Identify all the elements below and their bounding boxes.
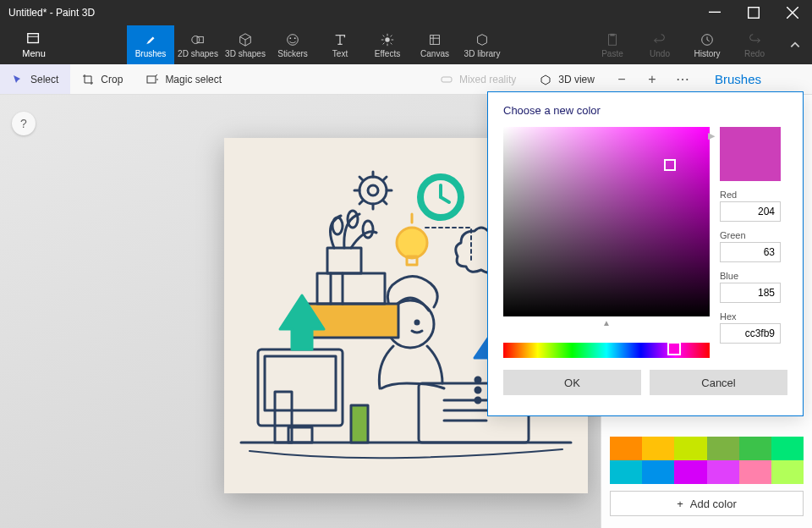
svg-point-10 [294, 37, 296, 39]
shapes3d-label: 3D shapes [225, 49, 266, 58]
tool-3d-library[interactable]: 3D library [458, 25, 506, 64]
svg-rect-40 [317, 273, 385, 304]
plus-icon: + [648, 72, 656, 87]
svg-line-56 [359, 177, 363, 180]
palette-swatch[interactable] [610, 437, 642, 460]
svg-line-49 [441, 197, 449, 202]
vr-icon [441, 74, 453, 85]
select-tool[interactable]: Select [0, 64, 70, 94]
tool-effects[interactable]: Effects [364, 25, 411, 64]
tool-brushes[interactable]: Brushes [127, 25, 174, 64]
svg-rect-61 [407, 256, 417, 265]
redo-button[interactable]: Redo [731, 25, 778, 64]
palette-swatch[interactable] [739, 460, 771, 484]
paste-icon [605, 32, 620, 47]
svg-rect-35 [258, 349, 343, 426]
tool-text[interactable]: Text [316, 25, 364, 64]
panel-title: Brushes [698, 72, 812, 86]
palette-swatch[interactable] [674, 460, 706, 484]
close-button[interactable] [773, 0, 812, 25]
chevron-up-icon [789, 39, 801, 51]
redo-icon [747, 32, 762, 47]
shapes-2d-icon [190, 32, 206, 47]
effects-label: Effects [375, 49, 400, 58]
palette-swatch[interactable] [707, 460, 739, 484]
hex-input[interactable] [720, 323, 781, 344]
svg-rect-23 [609, 34, 617, 45]
svg-rect-24 [610, 33, 614, 36]
cube-icon [540, 74, 551, 85]
saturation-handle[interactable] [664, 159, 676, 171]
tool-3d-shapes[interactable]: 3D shapes [222, 25, 269, 64]
svg-line-59 [383, 177, 387, 180]
color-picker-dialog: Choose a new color ▲ ▶ Red Green Blue [487, 91, 804, 416]
red-input[interactable] [720, 201, 781, 222]
minimize-icon [709, 7, 721, 19]
svg-point-8 [288, 34, 299, 45]
palette-swatch[interactable] [642, 437, 674, 460]
library-icon [475, 32, 490, 47]
blue-input[interactable] [720, 283, 781, 303]
color-preview [720, 127, 781, 181]
palette-swatch[interactable] [771, 460, 804, 484]
palette-swatch[interactable] [642, 460, 674, 484]
magic-select-tool[interactable]: Magic select [134, 64, 233, 94]
svg-rect-20 [431, 35, 440, 44]
zoom-out-button[interactable]: − [606, 64, 637, 95]
palette-swatch[interactable] [674, 437, 706, 460]
minimize-button[interactable] [695, 0, 734, 25]
svg-line-57 [383, 201, 387, 204]
svg-line-17 [391, 42, 392, 44]
more-options-button[interactable]: ⋯ [667, 64, 698, 95]
tool-stickers[interactable]: Stickers [269, 25, 316, 64]
history-button[interactable]: History [683, 25, 731, 64]
crop-tool[interactable]: Crop [70, 64, 134, 94]
ok-button[interactable]: OK [503, 370, 641, 395]
shapes2d-label: 2D shapes [178, 49, 218, 58]
library-label: 3D library [464, 49, 501, 58]
svg-point-66 [475, 398, 480, 403]
crop-label: Crop [101, 74, 123, 85]
undo-button[interactable]: Undo [636, 25, 683, 64]
saturation-box[interactable] [503, 127, 710, 316]
crop-icon [82, 74, 94, 85]
palette-swatch[interactable] [739, 437, 771, 460]
stickers-icon [285, 32, 300, 47]
magic-label: Magic select [165, 74, 222, 85]
svg-point-44 [332, 217, 343, 234]
menu-button[interactable]: Menu [0, 25, 68, 64]
cancel-button[interactable]: Cancel [650, 370, 787, 395]
palette-swatch[interactable] [771, 437, 804, 460]
tool-2d-shapes[interactable]: 2D shapes [174, 25, 222, 64]
palette-swatch[interactable] [707, 437, 739, 460]
hue-slider[interactable] [503, 343, 710, 358]
help-button[interactable]: ? [12, 112, 36, 135]
zoom-in-button[interactable]: + [637, 64, 667, 95]
svg-rect-1 [749, 8, 760, 19]
color-palette [610, 437, 804, 484]
svg-rect-26 [147, 76, 156, 83]
help-icon: ? [20, 117, 27, 130]
svg-point-46 [363, 221, 373, 238]
tool-canvas[interactable]: Canvas [411, 25, 458, 64]
svg-point-11 [385, 37, 389, 41]
svg-rect-27 [442, 77, 452, 82]
window-controls [695, 0, 812, 25]
view3d-label: 3D view [558, 74, 595, 85]
canvas-label: Canvas [420, 49, 449, 58]
maximize-icon [748, 7, 760, 19]
paste-button[interactable]: Paste [589, 25, 636, 64]
magic-icon [146, 74, 158, 85]
collapse-ribbon[interactable] [778, 25, 812, 64]
history-label: History [694, 49, 720, 58]
main-toolbar: Menu Brushes 2D shapes 3D shapes Sticker… [0, 25, 812, 64]
palette-swatch[interactable] [610, 460, 642, 484]
3d-view-button[interactable]: 3D view [528, 64, 606, 94]
ellipsis-icon: ⋯ [676, 71, 689, 87]
svg-rect-0 [709, 12, 721, 13]
green-input[interactable] [720, 242, 781, 262]
add-color-button[interactable]: + Add color [610, 491, 804, 516]
svg-rect-7 [197, 36, 203, 42]
hue-handle[interactable] [667, 342, 681, 355]
maximize-button[interactable] [734, 0, 773, 25]
